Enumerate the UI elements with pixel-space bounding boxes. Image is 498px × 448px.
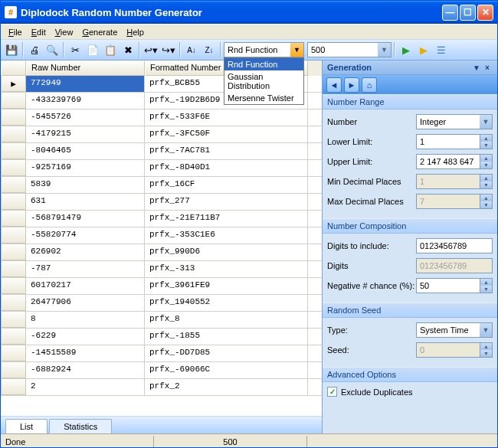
neg-chance-input[interactable]: 50▲▼ xyxy=(416,278,493,293)
table-row[interactable]: -14515589prfx_-DD7D85 xyxy=(1,345,322,362)
print-icon[interactable]: 🖨 xyxy=(26,41,43,58)
menu-generate[interactable]: Generate xyxy=(77,26,122,38)
digits-include-input[interactable] xyxy=(416,238,493,253)
table-row[interactable]: 26477906prfx_1940552 xyxy=(1,295,322,312)
table-row[interactable]: -4179215prfx_-3FC50F xyxy=(1,126,322,143)
undo-icon[interactable]: ↩▾ xyxy=(143,41,159,58)
table-row[interactable]: -5455726prfx_-533F6E xyxy=(1,110,322,126)
row-indicator xyxy=(1,227,26,244)
row-indicator xyxy=(1,345,26,361)
cell-raw: -8046465 xyxy=(26,143,145,159)
dropdown-item[interactable]: Gaussian Distribution xyxy=(224,70,303,92)
panel-close-icon[interactable]: × xyxy=(482,64,493,72)
menu-help[interactable]: Help xyxy=(122,26,149,38)
max-dec-label: Max Decimal Places xyxy=(327,197,416,206)
maximize-button[interactable]: ☐ xyxy=(460,5,476,21)
copy-icon[interactable]: 📄 xyxy=(84,41,101,58)
seed-type-select[interactable]: System Time▼ xyxy=(416,322,493,338)
row-indicator xyxy=(1,110,26,126)
menu-file[interactable]: File xyxy=(4,26,27,38)
col-raw-number[interactable]: Raw Number xyxy=(26,60,145,76)
home-icon[interactable]: ⌂ xyxy=(362,77,377,93)
cut-icon[interactable]: ✂ xyxy=(67,41,84,58)
chevron-down-icon[interactable]: ▼ xyxy=(480,323,492,337)
chevron-down-icon[interactable]: ▼ xyxy=(378,43,391,57)
panel-title: Generation xyxy=(327,63,372,72)
sort-asc-icon[interactable]: A↓ xyxy=(183,41,200,58)
dropdown-item[interactable]: Rnd Function xyxy=(224,58,303,70)
table-row[interactable]: -6882924prfx_-69066C xyxy=(1,362,322,379)
table-row[interactable]: -787prfx_-313 xyxy=(1,261,322,278)
cell-fmt: prfx_2 xyxy=(145,379,308,395)
table-row[interactable]: 60170217prfx_3961FE9 xyxy=(1,278,322,295)
upper-limit-input[interactable]: 2 147 483 647▲▼ xyxy=(416,154,493,169)
options-icon[interactable]: ☰ xyxy=(433,41,450,58)
table-row[interactable]: 626902prfx_990D6 xyxy=(1,244,322,261)
table-row[interactable]: 631prfx_277 xyxy=(1,194,322,211)
digits-label: Digits xyxy=(327,261,416,270)
cell-fmt: prfx_-3FC50F xyxy=(145,126,308,142)
seed-type-label: Type: xyxy=(327,325,416,335)
number-type-select[interactable]: Integer▼ xyxy=(416,114,493,129)
statusbar: Done 500 xyxy=(1,433,497,448)
function-combo[interactable]: Rnd Function ▼ Rnd Function Gaussian Dis… xyxy=(224,42,304,57)
sort-desc-icon[interactable]: Z↓ xyxy=(201,41,218,58)
menu-view[interactable]: View xyxy=(51,26,78,38)
forward-icon[interactable]: ► xyxy=(344,77,359,93)
table-row[interactable]: 8prfx_8 xyxy=(1,312,322,329)
table-row[interactable]: 2prfx_2 xyxy=(1,379,322,396)
table-row[interactable]: -55820774prfx_-353C1E6 xyxy=(1,227,322,244)
upper-limit-label: Upper Limit: xyxy=(327,157,416,166)
close-button[interactable]: ✕ xyxy=(477,5,493,21)
chevron-down-icon[interactable]: ▼ xyxy=(290,43,303,57)
lower-limit-input[interactable]: 1▲▼ xyxy=(416,134,493,149)
minimize-button[interactable]: — xyxy=(442,5,458,21)
row-indicator xyxy=(1,160,26,176)
row-indicator xyxy=(1,261,26,277)
cell-fmt: prfx_-353C1E6 xyxy=(145,227,308,244)
table-row[interactable]: -6229prfx_-1855 xyxy=(1,329,322,345)
cell-fmt: prfx_277 xyxy=(145,194,308,210)
exclude-duplicates-label: Exclude Duplicates xyxy=(341,388,413,397)
table-row[interactable]: 5839prfx_16CF xyxy=(1,177,322,194)
checkbox-icon[interactable]: ✓ xyxy=(327,387,337,397)
redo-icon[interactable]: ↪▾ xyxy=(160,41,177,58)
save-icon[interactable]: 💾 xyxy=(3,41,20,58)
run-add-icon[interactable]: ▶ xyxy=(415,41,432,58)
cell-raw: -6229 xyxy=(26,329,145,345)
toolbar: 💾 🖨 🔍 ✂ 📄 📋 ✖ ↩▾ ↪▾ A↓ Z↓ Rnd Function ▼… xyxy=(1,39,497,60)
panel-menu-icon[interactable]: ▼ xyxy=(471,64,482,72)
function-dropdown: Rnd Function Gaussian Distribution Merse… xyxy=(224,57,304,105)
cell-fmt: prfx_-313 xyxy=(145,261,308,277)
exclude-duplicates-checkbox[interactable]: ✓ Exclude Duplicates xyxy=(327,387,493,397)
cell-raw: 626902 xyxy=(26,244,145,260)
cell-fmt: prfx_16CF xyxy=(145,177,308,193)
menu-edit[interactable]: Edit xyxy=(27,26,51,38)
cell-raw: -5455726 xyxy=(26,110,145,126)
run-icon[interactable]: ▶ xyxy=(398,41,414,58)
table-row[interactable]: -9257169prfx_-8D40D1 xyxy=(1,160,322,177)
back-icon[interactable]: ◄ xyxy=(326,77,342,93)
print-preview-icon[interactable]: 🔍 xyxy=(44,41,61,58)
paste-icon[interactable]: 📋 xyxy=(102,41,119,58)
row-indicator: ▶ xyxy=(1,76,26,92)
count-combo[interactable]: 500 ▼ xyxy=(307,42,392,57)
tab-statistics[interactable]: Statistics xyxy=(49,419,112,433)
section-seed: Random Seed xyxy=(323,302,497,318)
row-header-col[interactable] xyxy=(1,60,26,76)
tab-list[interactable]: List xyxy=(5,419,48,433)
table-row[interactable]: -8046465prfx_-7AC781 xyxy=(1,143,322,160)
digits-input xyxy=(416,258,493,273)
cell-raw: -9257169 xyxy=(26,160,145,176)
cell-fmt: prfx_3961FE9 xyxy=(145,278,308,294)
cell-raw: 5839 xyxy=(26,177,145,193)
chevron-down-icon[interactable]: ▼ xyxy=(480,115,492,129)
dropdown-item[interactable]: Mersenne Twister xyxy=(224,92,303,104)
count-combo-value: 500 xyxy=(308,45,378,54)
number-label: Number xyxy=(327,117,416,126)
seed-input: 0▲▼ xyxy=(416,342,493,358)
view-tabs: List Statistics xyxy=(1,416,322,433)
delete-icon[interactable]: ✖ xyxy=(120,41,136,58)
data-grid[interactable]: Raw Number Formatted Number ▶772949prfx_… xyxy=(1,60,322,416)
table-row[interactable]: -568791479prfx_-21E711B7 xyxy=(1,211,322,227)
